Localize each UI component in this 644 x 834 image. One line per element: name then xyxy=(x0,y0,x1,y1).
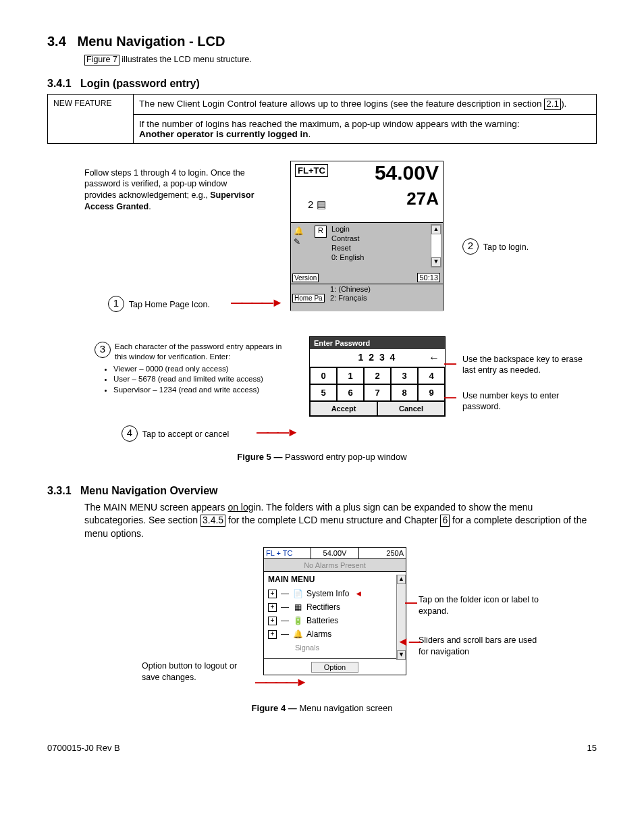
option-button[interactable]: Option xyxy=(311,662,358,673)
option-bar: Option xyxy=(264,658,406,675)
expand-icon[interactable]: + xyxy=(268,630,277,639)
keypad: 0 1 2 3 4 5 6 7 8 9 xyxy=(310,367,445,401)
arrow-sliders: ◄— xyxy=(397,635,421,649)
anno-tap-folder: Tap on the folder icon or label to expan… xyxy=(419,594,540,617)
lcd-home-screenshot: FL+TC 2 ▤ 54.00V 27A 🔔✎ R Login Contrast… xyxy=(290,161,444,311)
expand-icon[interactable]: + xyxy=(268,603,277,612)
key-8[interactable]: 8 xyxy=(391,384,418,401)
step-1: 1 Tap Home Page Icon. xyxy=(108,296,210,312)
key-9[interactable]: 9 xyxy=(418,384,445,401)
popup-menu: Login Contrast Reset 0: English xyxy=(331,224,364,262)
step-1-marker: 1 xyxy=(108,296,124,312)
new-feature-label: NEW FEATURE xyxy=(48,94,134,143)
backspace-key[interactable]: ← xyxy=(429,352,439,364)
chapter-6-ref[interactable]: 6 xyxy=(440,515,450,526)
step-2-marker: 2 xyxy=(462,238,479,255)
menu-lang-en[interactable]: 0: English xyxy=(331,253,364,262)
arrow-numkeys: — xyxy=(444,390,456,405)
anno-sliders: Sliders and scroll bars are used for nav… xyxy=(419,635,547,658)
key-3[interactable]: 3 xyxy=(391,367,418,384)
scroll-down-icon[interactable]: ▼ xyxy=(397,650,406,660)
current-readout: 27A xyxy=(406,188,439,209)
section-3-4-title: Menu Navigation - LCD xyxy=(77,34,225,49)
password-popup: Enter Password 1 2 3 4 ← 0 1 2 3 4 5 6 7… xyxy=(309,336,446,417)
r-box: R xyxy=(315,226,327,238)
status-fltc: FL + TC xyxy=(264,548,311,558)
section-3-4-heading: 3.4 Menu Navigation - LCD xyxy=(47,34,597,49)
menu-lang-cn[interactable]: 1: (Chinese) xyxy=(330,285,371,294)
scrollbar[interactable]: ▲ ▼ xyxy=(431,224,441,267)
main-menu-label: MAIN MENU xyxy=(264,572,406,587)
doc-id: 0700015-J0 Rev B xyxy=(47,743,120,753)
folder-icon: 📄 xyxy=(293,587,302,600)
key-4[interactable]: 4 xyxy=(418,367,445,384)
section-3-3-1-heading: 3.3.1 Menu Navigation Overview xyxy=(47,485,597,497)
arrow-backspace: — xyxy=(444,357,456,371)
new-feature-text-2: If the number of logins has reached the … xyxy=(134,114,597,143)
arrow-system-info: ◄ xyxy=(354,587,363,600)
menu-lang-fr[interactable]: 2: Français xyxy=(330,294,371,303)
arrow-option: ————► xyxy=(255,675,306,689)
menu-contrast[interactable]: Contrast xyxy=(331,234,364,243)
page-footer: 0700015-J0 Rev B 15 xyxy=(47,743,597,753)
rectifier-count-icon: 2 ▤ xyxy=(308,199,326,211)
figure-5-caption: Figure 5 — Password entry pop-up window xyxy=(47,452,597,462)
tree-row-batteries[interactable]: +—🔋Batteries xyxy=(268,614,402,627)
figure-4-layout: FL + TC 54.00V 250A No Alarms Present MA… xyxy=(47,547,597,723)
popup-menu-overflow: 1: (Chinese) 2: Français xyxy=(330,285,371,303)
scroll-up-icon[interactable]: ▲ xyxy=(431,225,441,234)
expand-icon[interactable]: + xyxy=(268,590,277,598)
step-3: 3 Each character of the password entry a… xyxy=(95,342,290,396)
arrow-step4: ———► xyxy=(257,425,297,440)
key-6[interactable]: 6 xyxy=(337,384,364,401)
anno-backspace: Use the backspace key to erase last entr… xyxy=(462,354,584,377)
page-number: 15 xyxy=(587,743,597,753)
anno-option-button: Option button to logout or save changes. xyxy=(142,660,253,683)
version-label: Version xyxy=(292,273,319,282)
figure-7-ref[interactable]: Figure 7 xyxy=(84,55,119,66)
time-readout: 50:13 xyxy=(417,273,440,282)
arrow-tap-folder: — xyxy=(405,596,417,610)
voltage-readout: 54.00V xyxy=(375,161,439,184)
section-3-4-num: 3.4 xyxy=(47,34,66,49)
status-amp: 250A xyxy=(359,548,406,558)
status-volt: 54.00V xyxy=(311,548,358,558)
rectifier-icon: ▦ xyxy=(293,600,302,614)
home-page-icon[interactable]: Home Pa xyxy=(292,294,325,303)
section-3-3-1-text: The MAIN MENU screen appears on login. T… xyxy=(84,501,597,541)
step-3-marker: 3 xyxy=(95,342,111,358)
scroll-down-icon[interactable]: ▼ xyxy=(431,257,441,267)
key-1[interactable]: 1 xyxy=(337,367,364,384)
section-3-4-5-ref[interactable]: 3.4.5 xyxy=(200,515,225,526)
expand-icon[interactable]: + xyxy=(268,617,277,625)
menu-login[interactable]: Login xyxy=(331,224,364,234)
alarm-icon: 🔔 xyxy=(293,627,302,641)
password-display: 1 2 3 4 ← xyxy=(310,349,445,367)
new-feature-box: NEW FEATURE The new Client Login Control… xyxy=(47,94,597,144)
key-7[interactable]: 7 xyxy=(364,384,391,401)
section-2-1-ref[interactable]: 2.1 xyxy=(544,99,561,110)
step-4: 4 Tap to accept or cancel xyxy=(122,425,229,442)
tree-row-rectifiers[interactable]: +—▦Rectifiers xyxy=(268,600,402,614)
login-intro-text: Follow steps 1 through 4 to login. Once … xyxy=(84,167,260,213)
key-5[interactable]: 5 xyxy=(310,384,337,401)
step-4-marker: 4 xyxy=(122,425,138,442)
tree-row-system-info[interactable]: +—📄System Info◄ xyxy=(268,587,402,600)
key-2[interactable]: 2 xyxy=(364,367,391,384)
key-0[interactable]: 0 xyxy=(310,367,337,384)
status-icons: 🔔✎ xyxy=(294,226,304,247)
figure-4-caption: Figure 4 — Menu navigation screen xyxy=(47,703,597,713)
accept-button[interactable]: Accept xyxy=(310,401,377,416)
tree-row-signals: Signals xyxy=(295,641,402,654)
step-2: 2 Tap to login. xyxy=(462,238,529,255)
arrow-step1: ————► xyxy=(231,296,281,310)
figure-5-layout: Follow steps 1 through 4 to login. Once … xyxy=(47,161,597,458)
menu-reset[interactable]: Reset xyxy=(331,243,364,253)
tree-row-alarms[interactable]: +—🔔Alarms xyxy=(268,627,402,641)
section-3-4-intro: Figure 7 illustrates the LCD menu struct… xyxy=(84,55,597,66)
new-feature-text-1: The new Client Login Control feature all… xyxy=(134,94,597,114)
scroll-up-icon[interactable]: ▲ xyxy=(397,575,406,584)
main-menu-screenshot: FL + TC 54.00V 250A No Alarms Present MA… xyxy=(263,547,406,675)
cancel-button[interactable]: Cancel xyxy=(377,401,445,416)
password-header: Enter Password xyxy=(310,337,445,349)
